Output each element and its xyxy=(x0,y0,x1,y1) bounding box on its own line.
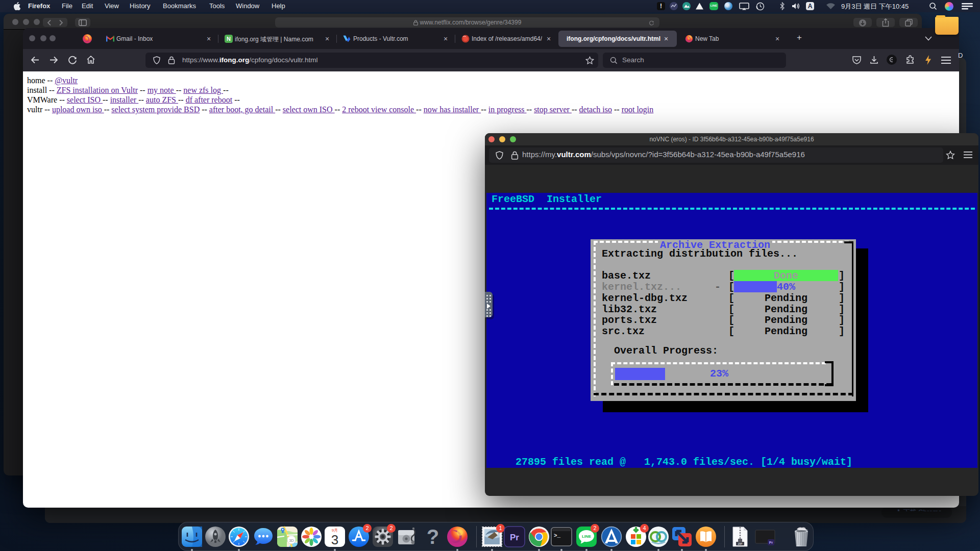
svg-text:ZIP: ZIP xyxy=(738,542,743,545)
svg-text:Pr: Pr xyxy=(769,541,773,544)
svg-text:LINE: LINE xyxy=(582,534,592,539)
svg-text:3D: 3D xyxy=(289,538,294,543)
svg-text:Pr: Pr xyxy=(510,533,519,542)
svg-text:3: 3 xyxy=(331,532,338,547)
svg-text:>_: >_ xyxy=(554,533,561,539)
